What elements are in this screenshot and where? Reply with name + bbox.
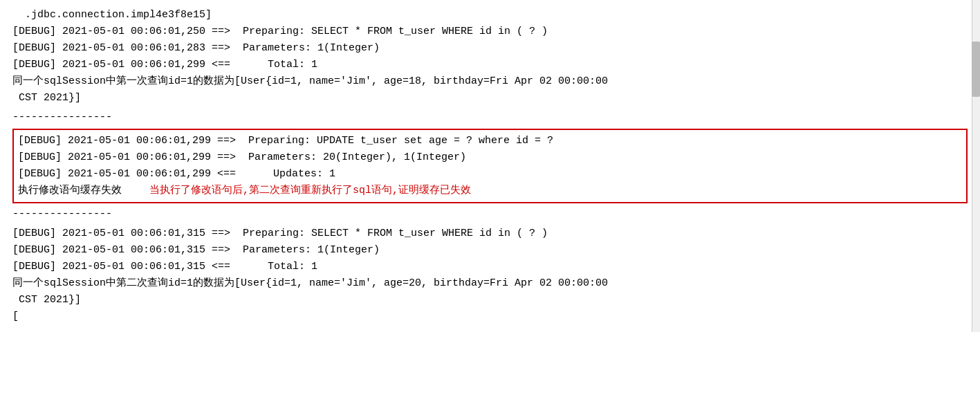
highlighted-label-black: 执行修改语句缓存失效 [18,183,122,199]
scrollbar-thumb[interactable] [972,42,980,97]
log-line-2: [DEBUG] 2021-05-01 00:06:01,283 ==> Para… [12,40,968,57]
after-line-0: [DEBUG] 2021-05-01 00:06:01,315 ==> Prep… [12,225,968,242]
separator-2: ---------------- [12,206,968,223]
log-line-3: [DEBUG] 2021-05-01 00:06:01,299 <== Tota… [12,57,968,73]
log-line-1: [DEBUG] 2021-05-01 00:06:01,250 ==> Prep… [12,24,968,40]
scrollbar[interactable] [972,0,980,332]
log-line-4: 同一个sqlSession中第一次查询id=1的数据为[User{id=1, n… [12,73,968,90]
log-line-0: .jdbc.connection.impl4e3f8e15] [12,7,968,24]
console-container: .jdbc.connection.impl4e3f8e15] [DEBUG] 2… [0,0,980,332]
highlighted-line-1: [DEBUG] 2021-05-01 00:06:01,299 ==> Prep… [18,133,962,149]
after-line-1: [DEBUG] 2021-05-01 00:06:01,315 ==> Para… [12,242,968,259]
highlighted-annotation-row: 执行修改语句缓存失效 当执行了修改语句后,第二次查询重新执行了sql语句,证明缓… [18,183,962,199]
cut-line: [ [12,308,968,325]
log-line-5: CST 2021}] [12,90,968,107]
after-line-3: 同一个sqlSession中第二次查询id=1的数据为[User{id=1, n… [12,275,968,292]
separator-1: ---------------- [12,109,968,126]
highlighted-line-3: [DEBUG] 2021-05-01 00:06:01,299 <== Upda… [18,166,962,183]
after-line-2: [DEBUG] 2021-05-01 00:06:01,315 <== Tota… [12,259,968,275]
after-line-4: CST 2021}] [12,292,968,308]
highlighted-label-red: 当执行了修改语句后,第二次查询重新执行了sql语句,证明缓存已失效 [149,183,471,199]
highlighted-line-2: [DEBUG] 2021-05-01 00:06:01,299 ==> Para… [18,149,962,166]
highlighted-block: [DEBUG] 2021-05-01 00:06:01,299 ==> Prep… [12,129,968,203]
